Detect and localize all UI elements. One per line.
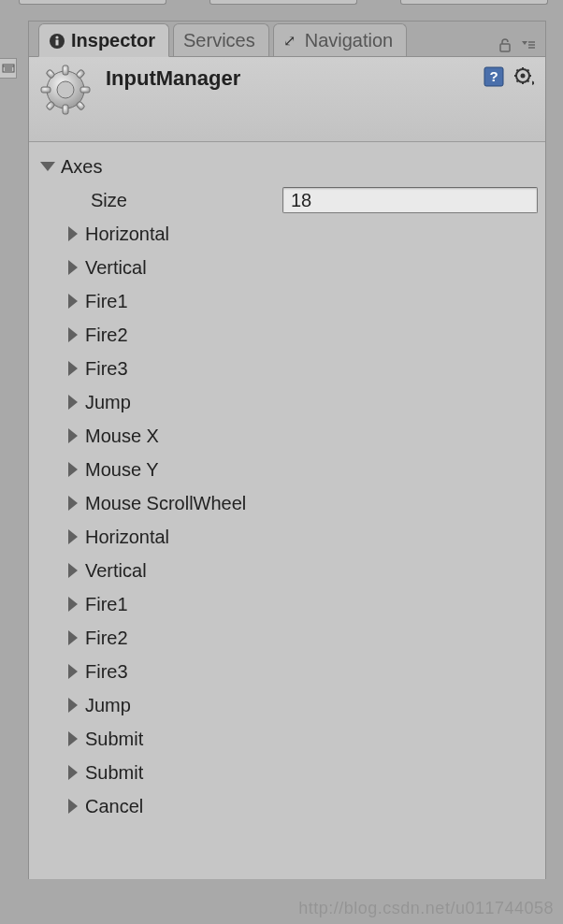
svg-rect-14 — [63, 105, 68, 114]
svg-rect-6 — [56, 39, 59, 45]
foldout-arrow-right-icon — [68, 731, 78, 746]
axis-name: Horizontal — [85, 224, 169, 245]
tab-bar: Inspector Services ⤢ Navigation — [29, 22, 545, 57]
axis-name: Horizontal — [85, 527, 169, 548]
left-dock-handle[interactable] — [0, 58, 17, 79]
axis-foldout[interactable]: Vertical — [36, 251, 538, 284]
axis-name: Cancel — [85, 796, 143, 817]
foldout-arrow-right-icon — [68, 496, 78, 511]
navigation-icon: ⤢ — [283, 32, 296, 50]
axis-name: Fire1 — [85, 291, 128, 312]
axis-name: Vertical — [85, 560, 147, 582]
svg-rect-15 — [41, 87, 51, 93]
axis-foldout[interactable]: Mouse Y — [36, 453, 538, 486]
svg-rect-7 — [500, 44, 510, 51]
foldout-arrow-right-icon — [68, 799, 78, 814]
axis-name: Mouse X — [85, 426, 159, 447]
svg-point-25 — [521, 74, 526, 79]
tab-services[interactable]: Services — [173, 23, 269, 56]
axis-foldout[interactable]: Mouse X — [36, 419, 538, 453]
axes-foldout[interactable]: Axes — [36, 150, 538, 183]
tab-label: Navigation — [305, 30, 394, 51]
axis-name: Submit — [85, 762, 143, 784]
svg-point-5 — [55, 36, 58, 38]
foldout-arrow-right-icon — [68, 529, 78, 544]
help-icon[interactable]: ? — [484, 66, 504, 92]
axis-foldout[interactable]: Fire1 — [36, 587, 538, 621]
axis-name: Mouse Y — [85, 459, 159, 481]
svg-rect-16 — [80, 87, 90, 93]
toolbar-dropdown-remnant — [209, 0, 357, 5]
axis-foldout[interactable]: Fire2 — [36, 318, 538, 352]
asset-title: InputManager — [106, 66, 240, 91]
axis-name: Fire3 — [85, 358, 128, 380]
axis-foldout[interactable]: Horizontal — [36, 217, 538, 251]
top-toolbar-remnant — [0, 0, 563, 6]
foldout-arrow-right-icon — [68, 563, 78, 578]
inspector-panel: Inspector Services ⤢ Navigation — [28, 21, 546, 879]
foldout-arrow-right-icon — [68, 765, 78, 780]
inspector-body: Axes Size HorizontalVerticalFire1Fire2Fi… — [29, 142, 545, 879]
axis-name: Fire3 — [85, 661, 128, 683]
toolbar-dropdown-remnant — [400, 0, 548, 5]
tab-inspector[interactable]: Inspector — [38, 23, 169, 57]
tab-navigation[interactable]: ⤢ Navigation — [273, 23, 408, 56]
watermark-text: http://blog.csdn.net/u011744058 — [298, 899, 554, 918]
foldout-arrow-right-icon — [68, 361, 78, 376]
svg-point-21 — [57, 81, 74, 98]
tab-label: Services — [183, 30, 255, 51]
axis-foldout[interactable]: Cancel — [36, 789, 538, 823]
axis-foldout[interactable]: Submit — [36, 722, 538, 756]
foldout-arrow-down-icon — [40, 162, 55, 171]
axis-name: Fire1 — [85, 594, 128, 615]
svg-text:?: ? — [489, 68, 498, 84]
foldout-arrow-right-icon — [68, 698, 78, 713]
size-input[interactable] — [282, 187, 538, 213]
svg-rect-13 — [63, 65, 68, 75]
axes-label: Axes — [61, 156, 102, 178]
axis-foldout[interactable]: Jump — [36, 385, 538, 419]
axis-name: Fire2 — [85, 325, 128, 346]
axis-foldout[interactable]: Mouse ScrollWheel — [36, 486, 538, 520]
foldout-arrow-right-icon — [68, 327, 78, 342]
axis-foldout[interactable]: Horizontal — [36, 520, 538, 554]
axis-name: Jump — [85, 392, 131, 413]
component-menu-icon[interactable]: ▸ — [513, 66, 534, 92]
axis-foldout[interactable]: Fire3 — [36, 352, 538, 385]
settings-asset-icon — [38, 63, 93, 117]
foldout-arrow-right-icon — [68, 294, 78, 309]
axes-size-row: Size — [36, 183, 538, 217]
svg-marker-8 — [522, 41, 527, 45]
foldout-arrow-right-icon — [68, 664, 78, 679]
axis-foldout[interactable]: Jump — [36, 688, 538, 722]
toolbar-dropdown-remnant — [19, 0, 166, 5]
axis-name: Vertical — [85, 257, 147, 279]
axis-foldout[interactable]: Fire1 — [36, 284, 538, 318]
foldout-arrow-right-icon — [68, 597, 78, 612]
panel-menu-icon[interactable] — [519, 38, 536, 51]
svg-text:▸: ▸ — [532, 78, 534, 87]
axis-foldout[interactable]: Fire2 — [36, 621, 538, 655]
panel-controls — [498, 37, 545, 56]
axis-foldout[interactable]: Vertical — [36, 554, 538, 587]
tab-label: Inspector — [71, 30, 155, 51]
foldout-arrow-right-icon — [68, 462, 78, 477]
axis-name: Submit — [85, 729, 143, 750]
foldout-arrow-right-icon — [68, 395, 78, 410]
info-icon — [49, 33, 65, 50]
asset-header: InputManager ? — [29, 57, 545, 142]
axis-foldout[interactable]: Submit — [36, 756, 538, 789]
lock-icon[interactable] — [498, 37, 512, 52]
size-label: Size — [91, 190, 282, 211]
foldout-arrow-right-icon — [68, 260, 78, 275]
foldout-arrow-right-icon — [68, 226, 78, 241]
foldout-arrow-right-icon — [68, 630, 78, 645]
axis-name: Jump — [85, 695, 131, 716]
axis-name: Mouse ScrollWheel — [85, 493, 246, 514]
axis-foldout[interactable]: Fire3 — [36, 655, 538, 688]
foldout-arrow-right-icon — [68, 428, 78, 443]
axis-name: Fire2 — [85, 628, 128, 649]
